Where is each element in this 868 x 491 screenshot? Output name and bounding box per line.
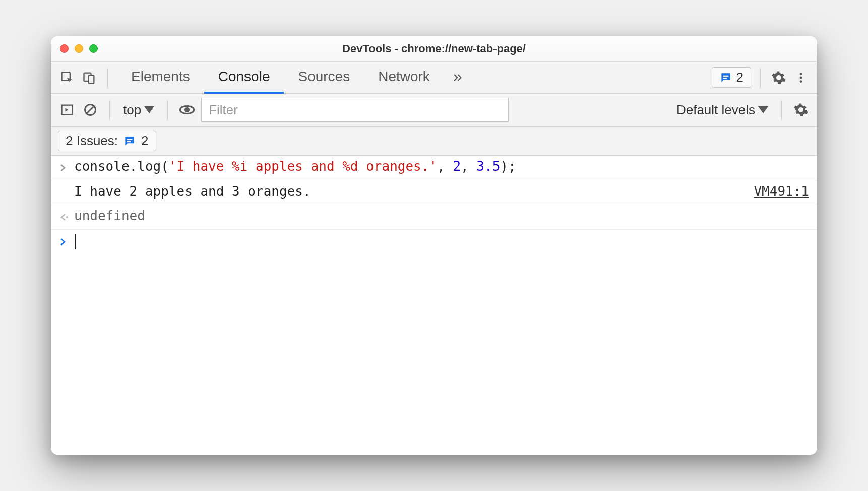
svg-rect-14: [127, 141, 131, 142]
svg-rect-3: [723, 75, 728, 76]
tabs: Elements Console Sources Network »: [117, 62, 471, 94]
svg-point-12: [184, 107, 190, 112]
console-input-echo: console.log('I have %i apples and %d ora…: [51, 156, 817, 180]
message-icon: [719, 71, 732, 84]
svg-rect-2: [89, 75, 94, 83]
issues-bar-count: 2: [141, 133, 148, 149]
console-prompt[interactable]: [51, 230, 817, 254]
divider: [781, 100, 782, 119]
message-icon: [123, 135, 136, 148]
divider: [107, 68, 108, 87]
issues-count: 2: [736, 70, 743, 85]
levels-label: Default levels: [676, 102, 755, 118]
prompt-chevron-icon: [59, 233, 74, 251]
issues-badge[interactable]: 2: [712, 67, 751, 88]
context-selector[interactable]: top: [120, 102, 157, 118]
return-chevron-icon: [59, 208, 74, 226]
issues-bar: 2 Issues: 2: [51, 127, 817, 156]
issues-label: 2 Issues:: [66, 133, 118, 149]
svg-line-10: [87, 106, 94, 113]
text-cursor: [75, 234, 76, 249]
titlebar: DevTools - chrome://new-tab-page/: [51, 36, 817, 62]
svg-rect-13: [127, 139, 133, 140]
minimize-window-button[interactable]: [75, 44, 83, 53]
svg-point-7: [800, 80, 802, 83]
input-chevron-icon: [59, 159, 74, 177]
tab-elements[interactable]: Elements: [117, 62, 204, 94]
more-menu-icon[interactable]: [792, 69, 810, 87]
log-levels-selector[interactable]: Default levels: [673, 102, 771, 118]
prompt-input[interactable]: [74, 233, 809, 249]
tab-console[interactable]: Console: [204, 62, 284, 94]
tab-sources[interactable]: Sources: [284, 62, 364, 94]
divider: [109, 100, 110, 119]
clear-console-icon[interactable]: [81, 101, 99, 119]
console-toolbar: top Default levels: [51, 94, 817, 127]
divider: [760, 68, 761, 87]
gutter-spacer: [59, 183, 74, 202]
source-link[interactable]: VM491:1: [754, 183, 809, 199]
output-text: I have 2 apples and 3 oranges.: [74, 183, 746, 199]
close-window-button[interactable]: [60, 44, 69, 53]
svg-point-15: [66, 216, 68, 218]
chevron-down-icon: [144, 106, 154, 113]
console-return-value: undefined: [51, 205, 817, 230]
issues-button[interactable]: 2 Issues: 2: [58, 131, 156, 151]
tab-network[interactable]: Network: [364, 62, 444, 94]
tabs-overflow-icon[interactable]: »: [444, 62, 471, 94]
console-settings-gear-icon[interactable]: [792, 101, 810, 119]
console-output: console.log('I have %i apples and %d ora…: [51, 156, 817, 455]
return-text: undefined: [74, 208, 809, 223]
svg-rect-4: [723, 78, 727, 79]
context-label: top: [123, 102, 141, 118]
console-log-output: I have 2 apples and 3 oranges. VM491:1: [51, 180, 817, 205]
code-text: console.log('I have %i apples and %d ora…: [74, 159, 809, 174]
chevron-down-icon: [758, 106, 768, 113]
inspect-element-icon[interactable]: [58, 69, 76, 87]
maximize-window-button[interactable]: [89, 44, 98, 53]
tab-bar: Elements Console Sources Network » 2: [51, 62, 817, 94]
window-title: DevTools - chrome://new-tab-page/: [342, 42, 526, 55]
divider: [167, 100, 168, 119]
svg-point-6: [800, 76, 802, 79]
filter-input[interactable]: [201, 98, 509, 122]
traffic-lights: [60, 44, 98, 53]
live-expression-icon[interactable]: [178, 101, 196, 119]
svg-point-5: [800, 73, 802, 75]
settings-gear-icon[interactable]: [770, 69, 788, 87]
device-toolbar-icon[interactable]: [80, 69, 98, 87]
devtools-window: DevTools - chrome://new-tab-page/ Elemen…: [51, 36, 817, 455]
toggle-drawer-icon[interactable]: [58, 101, 76, 119]
